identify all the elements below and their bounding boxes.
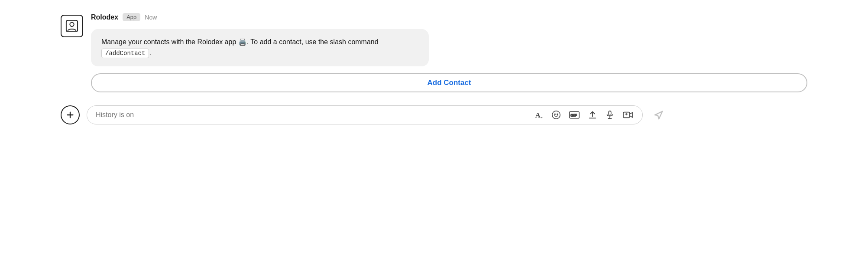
rolodex-emoji: 🖨️	[238, 38, 247, 46]
slash-command-code: /addContact	[101, 49, 149, 58]
message-bubble: Manage your contacts with the Rolodex ap…	[91, 29, 429, 66]
message-text-1: Manage your contacts with the Rolodex ap…	[101, 38, 238, 46]
svg-rect-11	[609, 111, 611, 115]
svg-point-8	[557, 114, 558, 114]
message-header: Rolodex App Now	[91, 13, 807, 21]
add-contact-button[interactable]: Add Contact	[91, 73, 807, 92]
message-block: Rolodex App Now Manage your contacts wit…	[61, 13, 807, 92]
avatar	[61, 15, 83, 37]
plus-button[interactable]	[61, 105, 80, 124]
upload-icon[interactable]	[588, 110, 597, 120]
video-add-icon[interactable]	[622, 110, 634, 120]
message-input[interactable]	[96, 111, 528, 119]
send-button[interactable]	[650, 106, 667, 124]
sender-name: Rolodex	[91, 13, 118, 21]
message-text-2: . To add a contact, use the slash comman…	[247, 38, 379, 46]
input-wrapper: A GIF	[87, 105, 643, 124]
message-content: Rolodex App Now Manage your contacts wit…	[91, 13, 807, 92]
timestamp: Now	[145, 14, 157, 21]
svg-text:A: A	[535, 111, 541, 119]
toolbar-icons: A GIF	[534, 110, 634, 120]
svg-point-6	[552, 111, 560, 118]
input-area: A GIF	[61, 105, 667, 124]
svg-point-7	[554, 114, 555, 114]
svg-point-1	[70, 23, 74, 26]
app-badge: App	[123, 13, 140, 21]
emoji-icon[interactable]	[551, 110, 561, 120]
message-text-3: .	[149, 49, 151, 56]
gif-icon[interactable]: GIF	[569, 110, 580, 120]
svg-text:GIF: GIF	[570, 113, 577, 118]
text-format-icon[interactable]: A	[534, 110, 544, 120]
mic-icon[interactable]	[605, 110, 615, 120]
